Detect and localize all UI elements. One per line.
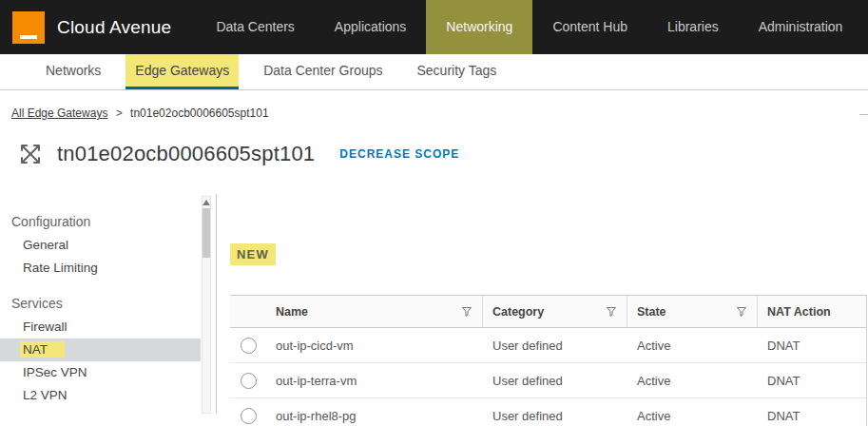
cell-nat-action: DNAT <box>758 339 866 353</box>
column-label: NAT Action <box>767 305 831 319</box>
cell-state: Active <box>627 374 758 388</box>
breadcrumb-separator: > <box>116 106 123 120</box>
sidebar-item-ipsec-vpn[interactable]: IPSec VPN <box>0 361 216 384</box>
breadcrumb-current: tn01e02ocb0006605spt101 <box>130 106 268 120</box>
page-title: tn01e02ocb0006605spt101 <box>57 142 315 166</box>
topbar-item-networking[interactable]: Networking <box>426 0 532 54</box>
row-select-cell <box>230 373 266 389</box>
cell-name: out-ip-terra-vm <box>266 374 483 388</box>
cell-category: User defined <box>483 409 627 423</box>
top-navigation: Data CentersApplicationsNetworkingConten… <box>196 0 862 54</box>
sidebar-item-nat[interactable]: NAT <box>0 339 201 361</box>
column-label: State <box>637 305 666 319</box>
sidebar-item-firewall[interactable]: Firewall <box>0 316 216 339</box>
row-radio[interactable] <box>241 408 257 424</box>
new-button[interactable]: NEW <box>230 243 276 265</box>
settings-sidebar: ConfigurationGeneralRate LimitingService… <box>0 194 217 414</box>
sidebar-item-general[interactable]: General <box>0 234 216 257</box>
topbar-item-content-hub[interactable]: Content Hub <box>532 0 647 54</box>
cell-state: Active <box>627 409 758 423</box>
nat-rules-table: NameCategoryStateNAT Action out-ip-cicd-… <box>230 295 867 426</box>
table-select-all-header <box>230 296 266 327</box>
sidebar-item-rate-limiting[interactable]: Rate Limiting <box>0 257 216 280</box>
section-tabs: NetworksEdge GatewaysData Center GroupsS… <box>0 54 868 90</box>
cell-nat-action: DNAT <box>758 374 866 388</box>
breadcrumb-parent-link[interactable]: All Edge Gateways <box>11 106 107 120</box>
sidebar-section-configuration: Configuration <box>0 211 216 234</box>
row-select-cell <box>230 408 266 424</box>
cell-category: User defined <box>483 374 627 388</box>
divider <box>859 114 868 115</box>
filter-icon[interactable] <box>461 306 473 318</box>
filter-icon[interactable] <box>606 306 617 318</box>
row-select-cell <box>230 338 266 354</box>
app-title: Cloud Avenue <box>57 17 171 38</box>
table-row[interactable]: out-ip-terra-vmUser definedActiveDNAT <box>230 363 866 398</box>
main-panel: NEW NameCategoryStateNAT Action out-ip-c… <box>217 194 868 414</box>
topbar-item-administration[interactable]: Administration <box>739 0 863 54</box>
scrollbar-thumb[interactable] <box>203 208 210 258</box>
column-header-category[interactable]: Category <box>483 296 627 327</box>
column-header-name[interactable]: Name <box>266 296 483 327</box>
sidebar-item-l2-vpn[interactable]: L2 VPN <box>0 384 216 407</box>
page-header: tn01e02ocb0006605spt101 DECREASE SCOPE <box>13 135 868 173</box>
orange-brand-logo <box>12 11 45 44</box>
tab-edge-gateways[interactable]: Edge Gateways <box>125 54 239 89</box>
column-label: Category <box>492 305 544 319</box>
topbar-item-applications[interactable]: Applications <box>315 0 427 54</box>
column-label: Name <box>276 305 308 319</box>
sidebar-scrollbar[interactable] <box>202 196 211 414</box>
topbar-item-libraries[interactable]: Libraries <box>647 0 739 54</box>
breadcrumb: All Edge Gateways > tn01e02ocb0006605spt… <box>11 106 868 120</box>
scroll-up-arrow-icon[interactable] <box>203 200 210 205</box>
sidebar-section-services: Services <box>0 293 216 316</box>
row-radio[interactable] <box>241 338 257 354</box>
topbar-item-data-centers[interactable]: Data Centers <box>196 0 314 54</box>
row-radio[interactable] <box>241 373 257 389</box>
column-header-state[interactable]: State <box>627 296 758 327</box>
highlight-marker: NAT <box>20 341 65 358</box>
cell-name: out-ip-cicd-vm <box>266 339 483 353</box>
cell-category: User defined <box>483 339 627 353</box>
column-header-nat-action[interactable]: NAT Action <box>758 296 866 327</box>
table-row[interactable]: out-ip-rhel8-pgUser definedActiveDNAT <box>230 398 866 426</box>
decrease-scope-button[interactable]: DECREASE SCOPE <box>339 147 459 161</box>
table-row[interactable]: out-ip-cicd-vmUser definedActiveDNAT <box>230 328 866 363</box>
cell-state: Active <box>627 339 758 353</box>
content-area: ConfigurationGeneralRate LimitingService… <box>0 194 868 414</box>
cell-name: out-ip-rhel8-pg <box>266 409 483 423</box>
edge-gateway-icon <box>13 137 48 171</box>
sidebar-section-gap <box>0 280 216 293</box>
cell-nat-action: DNAT <box>758 409 866 423</box>
filter-icon[interactable] <box>736 306 747 318</box>
top-app-bar: Cloud Avenue Data CentersApplicationsNet… <box>0 0 868 54</box>
table-header-row: NameCategoryStateNAT Action <box>230 295 866 328</box>
tab-security-tags[interactable]: Security Tags <box>408 54 507 89</box>
tab-networks[interactable]: Networks <box>36 54 110 89</box>
tab-data-center-groups[interactable]: Data Center Groups <box>254 54 392 89</box>
